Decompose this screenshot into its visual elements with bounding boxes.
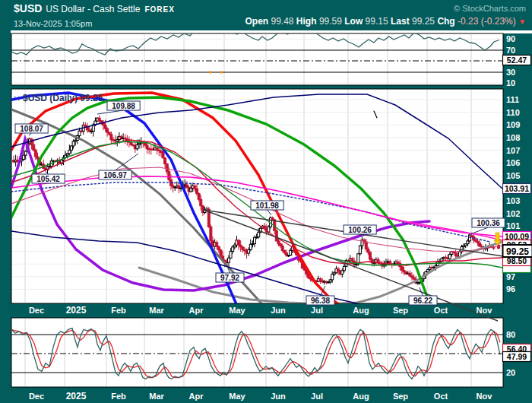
main-chart-title: ↑↓$USD (Daily) 99.25: [13, 93, 103, 103]
annotation-arrows-icon: ↑↓: [13, 94, 21, 102]
axis-label: 97: [506, 272, 515, 281]
axis-label: 90: [506, 34, 515, 43]
month-label: 2025: [66, 305, 87, 316]
stoch-panel: [11, 318, 503, 387]
month-label: Oct: [434, 306, 448, 315]
axis-label: 20: [506, 368, 515, 377]
svg-text:97.92: 97.92: [220, 274, 239, 282]
month-label: Jun: [271, 306, 286, 315]
rsi-panel: [11, 33, 503, 85]
month-label: Jul: [311, 392, 323, 401]
last-price-box: 99.25: [503, 245, 532, 257]
month-label: Sep: [393, 392, 408, 401]
axis-label: 101: [506, 221, 520, 230]
month-label: Jul: [311, 306, 323, 315]
axis-label: 110: [506, 108, 520, 117]
rsi-value-box: 52.47: [503, 56, 531, 65]
svg-text:96.22: 96.22: [413, 297, 432, 305]
month-label: Aug: [353, 392, 369, 401]
axis-label: 105: [506, 171, 520, 180]
svg-text:47.99: 47.99: [507, 352, 527, 361]
svg-text:101.98: 101.98: [255, 202, 279, 210]
stoch-k-value-box: 47.99: [503, 352, 531, 362]
month-label: 2025: [66, 391, 87, 401]
main-title-text: $USD (Daily) 99.25: [23, 93, 103, 103]
month-label: Feb: [111, 306, 126, 315]
canvas-margin: [11, 30, 532, 33]
svg-text:109.88: 109.88: [112, 102, 135, 110]
svg-text:108.07: 108.07: [20, 125, 43, 133]
axis-label: 70: [506, 46, 515, 55]
month-label: Aug: [353, 306, 369, 315]
rsi-alert-dot: [210, 71, 212, 74]
axis-label: 111: [506, 95, 519, 104]
month-label: Feb: [111, 392, 126, 401]
month-label: Nov: [477, 306, 493, 315]
svg-text:105.42: 105.42: [36, 175, 60, 183]
month-label: Oct: [434, 392, 448, 401]
svg-text:99.25: 99.25: [506, 246, 529, 257]
svg-text:96.38: 96.38: [311, 297, 330, 305]
axis-label: 109: [506, 120, 520, 129]
month-label: May: [229, 392, 245, 401]
upper-band-value-box: 103.91: [503, 184, 531, 194]
chart-canvas[interactable]: 108.07109.88106.97105.42101.9897.9296.38…: [0, 0, 532, 403]
month-label: Mar: [149, 306, 164, 315]
svg-text:103.91: 103.91: [505, 184, 529, 193]
month-label: Nov: [477, 392, 493, 401]
axis-label: 96: [506, 284, 515, 294]
axis-label: 102: [506, 209, 520, 218]
svg-text:100.36: 100.36: [477, 219, 500, 227]
month-label: Apr: [189, 392, 204, 401]
svg-text:52.47: 52.47: [507, 56, 527, 65]
axis-label: 103: [506, 196, 520, 205]
month-label: Apr: [189, 306, 204, 315]
axis-label: 10: [506, 78, 515, 87]
rsi-alert-dot: [220, 71, 223, 74]
month-label: May: [229, 306, 245, 315]
month-label: Sep: [393, 306, 408, 315]
axis-label: 106: [506, 158, 520, 167]
svg-text:106.97: 106.97: [103, 171, 127, 179]
month-label: Dec: [29, 306, 44, 315]
month-label: Mar: [149, 392, 164, 401]
axis-label: 80: [506, 330, 515, 339]
svg-text:100.26: 100.26: [348, 226, 372, 234]
axis-label: 107: [506, 146, 520, 155]
axis-label: 30: [506, 68, 515, 77]
month-label: Jun: [271, 392, 286, 401]
axis-label: 108: [506, 133, 520, 142]
month-label: Dec: [29, 392, 44, 401]
